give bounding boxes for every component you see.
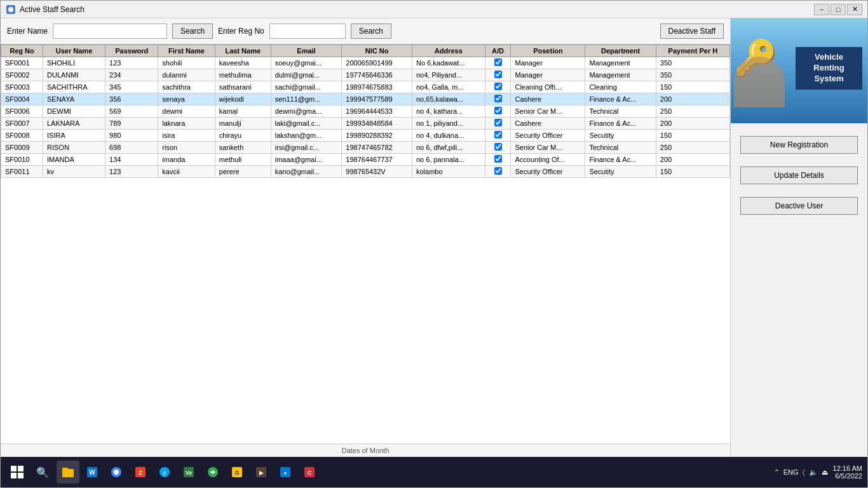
col-email: Email	[271, 45, 342, 57]
table-row[interactable]: SF0010IMANDA134imandamethuliimaaa@gmai..…	[1, 154, 730, 166]
banner: 🔑 Vehicle Renting System	[731, 18, 867, 123]
wifi-icon: 〈	[803, 468, 805, 477]
minimize-button[interactable]: −	[814, 4, 829, 15]
right-buttons: New Registration Update Details Deactive…	[731, 123, 867, 227]
left-panel: Enter Name Search Enter Reg No Search De…	[1, 18, 731, 457]
svg-point-1	[8, 7, 13, 12]
svg-text:C: C	[308, 470, 312, 476]
clock-date: 6/5/2022	[833, 472, 862, 480]
table-row[interactable]: SF0011kv123kavciipererekano@gmail...9987…	[1, 166, 730, 178]
table-row[interactable]: SF0003SACHITHRA345sachithrasathsaranisac…	[1, 81, 730, 93]
title-bar: Active Staff Search − □ ✕	[1, 1, 867, 18]
window-icon	[6, 4, 16, 15]
ad-checkbox[interactable]	[494, 119, 502, 126]
taskbar-file-explorer[interactable]	[57, 461, 79, 484]
language-indicator: ENG	[783, 468, 799, 476]
ad-checkbox[interactable]	[494, 83, 502, 90]
update-details-button[interactable]: Update Details	[740, 166, 858, 184]
main-content: Enter Name Search Enter Reg No Search De…	[1, 18, 867, 457]
enter-reg-input[interactable]	[269, 24, 346, 39]
ad-checkbox[interactable]	[494, 95, 502, 102]
table-row[interactable]: SF0002DULANMI234dulanmimethulimadulmi@gm…	[1, 69, 730, 81]
ad-checkbox[interactable]	[494, 71, 502, 78]
taskbar-app3[interactable]	[105, 461, 128, 484]
col-user-name: User Name	[43, 45, 105, 57]
table-row[interactable]: SF0001SHOHILI123shohilikaveeshasoeuy@gma…	[1, 57, 730, 69]
deactive-user-button[interactable]: Deactive User	[740, 197, 858, 215]
svg-point-7	[114, 470, 119, 475]
footer-text: Dates of Month	[342, 447, 390, 454]
deactive-staff-button[interactable]: Deactive Staff	[660, 24, 724, 39]
col-nic: NIC No	[342, 45, 412, 57]
col-payment: Payment Per H	[656, 45, 729, 57]
ad-checkbox[interactable]	[494, 107, 502, 114]
banner-title: Vehicle Renting System	[796, 47, 862, 90]
search2-button[interactable]: Search	[351, 24, 391, 39]
right-panel: 🔑 Vehicle Renting System New Registratio…	[731, 18, 867, 457]
ad-checkbox[interactable]	[494, 143, 502, 151]
staff-table: Reg No User Name Password First Name Las…	[1, 44, 730, 178]
svg-rect-3	[62, 468, 68, 470]
col-position: Posetion	[511, 45, 585, 57]
enter-name-input[interactable]	[53, 24, 167, 39]
table-row[interactable]: SF0008ISIRA980isirachirayulakshan@gm...1…	[1, 130, 730, 142]
close-button[interactable]: ✕	[847, 4, 862, 15]
svg-text:e: e	[284, 470, 287, 476]
col-ad: A/D	[485, 45, 511, 57]
enter-name-label: Enter Name	[7, 27, 48, 36]
col-password: Password	[105, 45, 158, 57]
table-row[interactable]: SF0009RISON698risonsankethirsi@gmail.c..…	[1, 142, 730, 154]
taskbar-app10[interactable]: e	[274, 461, 297, 484]
taskbar: 🔍 W Z e Ve	[1, 457, 867, 487]
col-reg-no: Reg No	[1, 45, 43, 57]
col-first-name: First Name	[158, 45, 215, 57]
svg-text:Z: Z	[139, 470, 142, 476]
ad-checkbox[interactable]	[494, 58, 502, 66]
col-department: Department	[585, 45, 656, 57]
enter-reg-label: Enter Reg No	[218, 27, 264, 36]
battery-icon: ⏏	[822, 468, 828, 477]
table-row[interactable]: SF0007LAKNARA789laknaramanuljilaki@gmail…	[1, 118, 730, 130]
table-row[interactable]: SF0006DEWMI569dewmikamaldewmi@gma...1969…	[1, 105, 730, 118]
footer-bar: Dates of Month	[1, 444, 730, 457]
taskbar-app5[interactable]: e	[153, 461, 176, 484]
col-address: Address	[412, 45, 485, 57]
taskbar-app8[interactable]: G	[226, 461, 248, 484]
table-body: SF0001SHOHILI123shohilikaveeshasoeuy@gma…	[1, 57, 730, 178]
maximize-button[interactable]: □	[831, 4, 846, 15]
taskbar-app9[interactable]: ▶	[250, 461, 273, 484]
taskbar-app11[interactable]: C	[298, 461, 321, 484]
taskbar-right: ⌃ ENG 〈 🔈 ⏏ 12:16 AM 6/5/2022	[774, 464, 862, 480]
window-title: Active Staff Search	[20, 5, 814, 14]
taskbar-apps: W Z e Ve G ▶ e	[57, 461, 771, 484]
ad-checkbox[interactable]	[494, 167, 502, 175]
taskbar-app6[interactable]: Ve	[177, 461, 200, 484]
col-last-name: Last Name	[215, 45, 271, 57]
start-button[interactable]	[6, 461, 29, 484]
table-header: Reg No User Name Password First Name Las…	[1, 45, 730, 57]
taskbar-app2[interactable]: W	[81, 461, 104, 484]
main-window: Active Staff Search − □ ✕ Enter Name Sea…	[0, 0, 868, 488]
ad-checkbox[interactable]	[494, 155, 502, 163]
taskbar-search-button[interactable]: 🔍	[31, 461, 54, 484]
clock-time: 12:16 AM	[833, 464, 862, 472]
svg-text:W: W	[89, 469, 95, 476]
system-tray: ⌃ ENG 〈 🔈 ⏏	[774, 468, 828, 477]
svg-text:Ve: Ve	[186, 470, 193, 476]
ad-checkbox[interactable]	[494, 131, 502, 139]
table-row[interactable]: SF0004SENAYA356senayawijekodisen111@gm..…	[1, 93, 730, 105]
window-controls: − □ ✕	[814, 4, 862, 15]
taskbar-app7[interactable]	[201, 461, 224, 484]
taskbar-app4[interactable]: Z	[129, 461, 152, 484]
toolbar: Enter Name Search Enter Reg No Search De…	[1, 18, 730, 44]
taskbar-clock: 12:16 AM 6/5/2022	[833, 464, 862, 480]
staff-table-container: Reg No User Name Password First Name Las…	[1, 44, 730, 444]
volume-icon: 🔈	[809, 468, 818, 477]
svg-text:G: G	[234, 470, 239, 476]
svg-text:e: e	[163, 470, 166, 476]
new-registration-button[interactable]: New Registration	[740, 136, 858, 154]
svg-text:▶: ▶	[259, 470, 264, 476]
search1-button[interactable]: Search	[172, 24, 213, 39]
windows-logo-icon	[11, 466, 24, 478]
show-hidden-icons[interactable]: ⌃	[774, 468, 780, 477]
